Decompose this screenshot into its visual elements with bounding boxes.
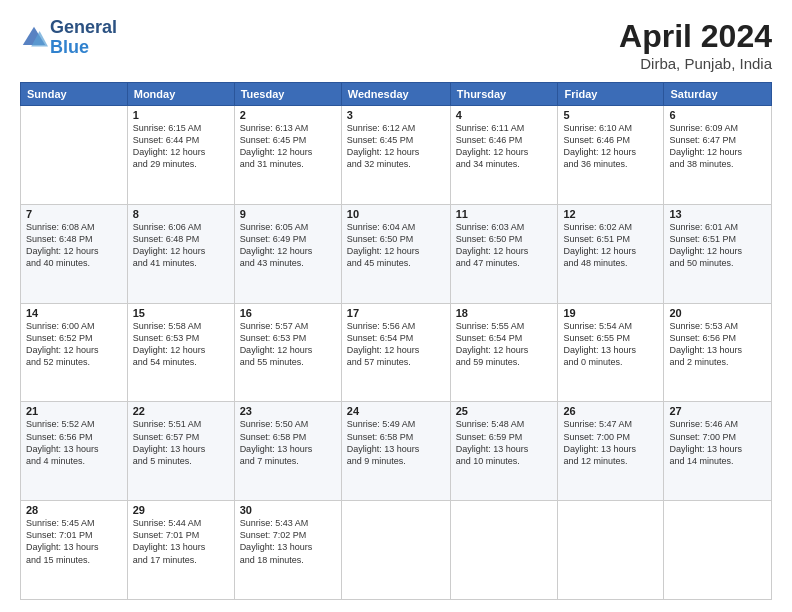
- calendar-table: Sunday Monday Tuesday Wednesday Thursday…: [20, 82, 772, 600]
- calendar-cell: 30Sunrise: 5:43 AM Sunset: 7:02 PM Dayli…: [234, 501, 341, 600]
- calendar-header: Sunday Monday Tuesday Wednesday Thursday…: [21, 83, 772, 106]
- day-number: 4: [456, 109, 553, 121]
- day-number: 17: [347, 307, 445, 319]
- day-number: 29: [133, 504, 229, 516]
- day-info: Sunrise: 6:12 AM Sunset: 6:45 PM Dayligh…: [347, 122, 445, 171]
- day-number: 20: [669, 307, 766, 319]
- calendar-cell: 1Sunrise: 6:15 AM Sunset: 6:44 PM Daylig…: [127, 106, 234, 205]
- calendar-cell: [558, 501, 664, 600]
- day-info: Sunrise: 5:44 AM Sunset: 7:01 PM Dayligh…: [133, 517, 229, 566]
- calendar-cell: 6Sunrise: 6:09 AM Sunset: 6:47 PM Daylig…: [664, 106, 772, 205]
- day-info: Sunrise: 5:51 AM Sunset: 6:57 PM Dayligh…: [133, 418, 229, 467]
- calendar-cell: 4Sunrise: 6:11 AM Sunset: 6:46 PM Daylig…: [450, 106, 558, 205]
- calendar-cell: 17Sunrise: 5:56 AM Sunset: 6:54 PM Dayli…: [341, 303, 450, 402]
- calendar-cell: 9Sunrise: 6:05 AM Sunset: 6:49 PM Daylig…: [234, 204, 341, 303]
- calendar-cell: 25Sunrise: 5:48 AM Sunset: 6:59 PM Dayli…: [450, 402, 558, 501]
- calendar-cell: 18Sunrise: 5:55 AM Sunset: 6:54 PM Dayli…: [450, 303, 558, 402]
- day-info: Sunrise: 6:04 AM Sunset: 6:50 PM Dayligh…: [347, 221, 445, 270]
- calendar-cell: 19Sunrise: 5:54 AM Sunset: 6:55 PM Dayli…: [558, 303, 664, 402]
- day-number: 16: [240, 307, 336, 319]
- day-info: Sunrise: 5:53 AM Sunset: 6:56 PM Dayligh…: [669, 320, 766, 369]
- logo: General Blue: [20, 18, 117, 58]
- calendar-cell: 29Sunrise: 5:44 AM Sunset: 7:01 PM Dayli…: [127, 501, 234, 600]
- calendar-cell: [341, 501, 450, 600]
- calendar-cell: 27Sunrise: 5:46 AM Sunset: 7:00 PM Dayli…: [664, 402, 772, 501]
- day-info: Sunrise: 6:10 AM Sunset: 6:46 PM Dayligh…: [563, 122, 658, 171]
- day-info: Sunrise: 5:55 AM Sunset: 6:54 PM Dayligh…: [456, 320, 553, 369]
- calendar-week-4: 21Sunrise: 5:52 AM Sunset: 6:56 PM Dayli…: [21, 402, 772, 501]
- day-number: 9: [240, 208, 336, 220]
- day-info: Sunrise: 5:50 AM Sunset: 6:58 PM Dayligh…: [240, 418, 336, 467]
- calendar-cell: 22Sunrise: 5:51 AM Sunset: 6:57 PM Dayli…: [127, 402, 234, 501]
- calendar-week-1: 1Sunrise: 6:15 AM Sunset: 6:44 PM Daylig…: [21, 106, 772, 205]
- calendar-cell: 3Sunrise: 6:12 AM Sunset: 6:45 PM Daylig…: [341, 106, 450, 205]
- day-number: 3: [347, 109, 445, 121]
- calendar-body: 1Sunrise: 6:15 AM Sunset: 6:44 PM Daylig…: [21, 106, 772, 600]
- calendar-week-5: 28Sunrise: 5:45 AM Sunset: 7:01 PM Dayli…: [21, 501, 772, 600]
- day-info: Sunrise: 6:09 AM Sunset: 6:47 PM Dayligh…: [669, 122, 766, 171]
- header-row: Sunday Monday Tuesday Wednesday Thursday…: [21, 83, 772, 106]
- day-number: 27: [669, 405, 766, 417]
- day-info: Sunrise: 6:03 AM Sunset: 6:50 PM Dayligh…: [456, 221, 553, 270]
- calendar-cell: 12Sunrise: 6:02 AM Sunset: 6:51 PM Dayli…: [558, 204, 664, 303]
- day-info: Sunrise: 5:49 AM Sunset: 6:58 PM Dayligh…: [347, 418, 445, 467]
- logo-text: General Blue: [50, 18, 117, 58]
- calendar-week-2: 7Sunrise: 6:08 AM Sunset: 6:48 PM Daylig…: [21, 204, 772, 303]
- calendar-cell: 14Sunrise: 6:00 AM Sunset: 6:52 PM Dayli…: [21, 303, 128, 402]
- col-sunday: Sunday: [21, 83, 128, 106]
- calendar-cell: 24Sunrise: 5:49 AM Sunset: 6:58 PM Dayli…: [341, 402, 450, 501]
- logo-icon: [20, 24, 48, 52]
- day-info: Sunrise: 6:00 AM Sunset: 6:52 PM Dayligh…: [26, 320, 122, 369]
- month-title: April 2024: [619, 18, 772, 55]
- day-info: Sunrise: 6:01 AM Sunset: 6:51 PM Dayligh…: [669, 221, 766, 270]
- day-info: Sunrise: 6:06 AM Sunset: 6:48 PM Dayligh…: [133, 221, 229, 270]
- location: Dirba, Punjab, India: [619, 55, 772, 72]
- day-number: 6: [669, 109, 766, 121]
- header: General Blue April 2024 Dirba, Punjab, I…: [20, 18, 772, 72]
- calendar-cell: 26Sunrise: 5:47 AM Sunset: 7:00 PM Dayli…: [558, 402, 664, 501]
- day-number: 12: [563, 208, 658, 220]
- day-info: Sunrise: 6:02 AM Sunset: 6:51 PM Dayligh…: [563, 221, 658, 270]
- day-info: Sunrise: 5:47 AM Sunset: 7:00 PM Dayligh…: [563, 418, 658, 467]
- day-info: Sunrise: 6:11 AM Sunset: 6:46 PM Dayligh…: [456, 122, 553, 171]
- col-tuesday: Tuesday: [234, 83, 341, 106]
- day-number: 1: [133, 109, 229, 121]
- col-wednesday: Wednesday: [341, 83, 450, 106]
- title-block: April 2024 Dirba, Punjab, India: [619, 18, 772, 72]
- calendar-cell: 13Sunrise: 6:01 AM Sunset: 6:51 PM Dayli…: [664, 204, 772, 303]
- day-number: 21: [26, 405, 122, 417]
- day-info: Sunrise: 5:43 AM Sunset: 7:02 PM Dayligh…: [240, 517, 336, 566]
- day-info: Sunrise: 6:08 AM Sunset: 6:48 PM Dayligh…: [26, 221, 122, 270]
- page: General Blue April 2024 Dirba, Punjab, I…: [0, 0, 792, 612]
- calendar-cell: [664, 501, 772, 600]
- day-info: Sunrise: 6:05 AM Sunset: 6:49 PM Dayligh…: [240, 221, 336, 270]
- day-number: 15: [133, 307, 229, 319]
- day-number: 2: [240, 109, 336, 121]
- day-info: Sunrise: 5:46 AM Sunset: 7:00 PM Dayligh…: [669, 418, 766, 467]
- day-number: 26: [563, 405, 658, 417]
- calendar-cell: [21, 106, 128, 205]
- day-info: Sunrise: 5:58 AM Sunset: 6:53 PM Dayligh…: [133, 320, 229, 369]
- calendar-cell: 8Sunrise: 6:06 AM Sunset: 6:48 PM Daylig…: [127, 204, 234, 303]
- day-info: Sunrise: 5:56 AM Sunset: 6:54 PM Dayligh…: [347, 320, 445, 369]
- day-number: 14: [26, 307, 122, 319]
- day-info: Sunrise: 5:57 AM Sunset: 6:53 PM Dayligh…: [240, 320, 336, 369]
- day-number: 22: [133, 405, 229, 417]
- day-info: Sunrise: 5:52 AM Sunset: 6:56 PM Dayligh…: [26, 418, 122, 467]
- day-number: 13: [669, 208, 766, 220]
- col-friday: Friday: [558, 83, 664, 106]
- day-number: 8: [133, 208, 229, 220]
- day-number: 30: [240, 504, 336, 516]
- day-info: Sunrise: 5:48 AM Sunset: 6:59 PM Dayligh…: [456, 418, 553, 467]
- calendar-cell: 23Sunrise: 5:50 AM Sunset: 6:58 PM Dayli…: [234, 402, 341, 501]
- calendar-cell: 28Sunrise: 5:45 AM Sunset: 7:01 PM Dayli…: [21, 501, 128, 600]
- calendar-cell: 5Sunrise: 6:10 AM Sunset: 6:46 PM Daylig…: [558, 106, 664, 205]
- day-number: 23: [240, 405, 336, 417]
- day-number: 24: [347, 405, 445, 417]
- calendar-week-3: 14Sunrise: 6:00 AM Sunset: 6:52 PM Dayli…: [21, 303, 772, 402]
- calendar-cell: 2Sunrise: 6:13 AM Sunset: 6:45 PM Daylig…: [234, 106, 341, 205]
- day-number: 7: [26, 208, 122, 220]
- calendar-cell: 11Sunrise: 6:03 AM Sunset: 6:50 PM Dayli…: [450, 204, 558, 303]
- calendar-cell: 20Sunrise: 5:53 AM Sunset: 6:56 PM Dayli…: [664, 303, 772, 402]
- col-thursday: Thursday: [450, 83, 558, 106]
